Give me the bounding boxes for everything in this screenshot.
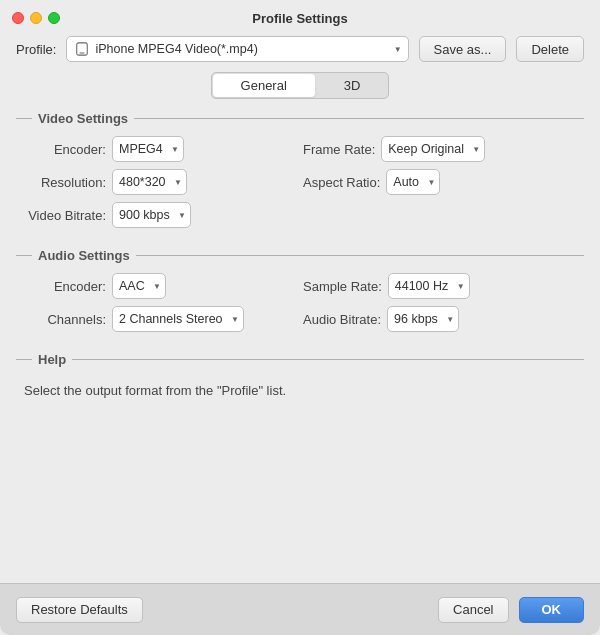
encoder-select-wrap: MPEG4 — [112, 136, 184, 162]
video-bitrate-select[interactable]: 900 kbps — [112, 202, 191, 228]
profile-selected-value: iPhone MPEG4 Video(*.mp4) — [95, 42, 257, 56]
profile-dropdown[interactable]: iPhone MPEG4 Video(*.mp4) — [66, 36, 408, 62]
aspect-ratio-label: Aspect Ratio: — [303, 175, 380, 190]
audio-settings-section: Audio Settings Encoder: AAC Channels: — [16, 248, 584, 338]
profile-row: Profile: iPhone MPEG4 Video(*.mp4) Save … — [16, 36, 584, 62]
video-bitrate-select-wrap: 900 kbps — [112, 202, 191, 228]
restore-defaults-button[interactable]: Restore Defaults — [16, 597, 143, 623]
bottom-right-buttons: Cancel OK — [438, 597, 584, 623]
channels-select[interactable]: 2 Channels Stereo — [112, 306, 244, 332]
audio-right-col: Sample Rate: 44100 Hz Audio Bitrate: 96 … — [303, 273, 584, 332]
audio-bitrate-row: Audio Bitrate: 96 kbps — [303, 306, 584, 332]
help-section-divider: Help — [16, 352, 584, 367]
audio-left-col: Encoder: AAC Channels: 2 Channels Stereo — [16, 273, 297, 332]
channels-select-wrap: 2 Channels Stereo — [112, 306, 244, 332]
delete-button[interactable]: Delete — [516, 36, 584, 62]
encoder-label: Encoder: — [16, 142, 106, 157]
cancel-button[interactable]: Cancel — [438, 597, 508, 623]
divider-line-left — [16, 118, 32, 119]
audio-encoder-label: Encoder: — [16, 279, 106, 294]
tab-3d[interactable]: 3D — [316, 73, 389, 98]
audio-divider-line-left — [16, 255, 32, 256]
save-as-button[interactable]: Save as... — [419, 36, 507, 62]
resolution-select-wrap: 480*320 — [112, 169, 187, 195]
help-divider-line-left — [16, 359, 32, 360]
aspect-ratio-select[interactable]: Auto — [386, 169, 440, 195]
help-text: Select the output format from the "Profi… — [16, 377, 584, 404]
frame-rate-row: Frame Rate: Keep Original — [303, 136, 584, 162]
aspect-ratio-select-wrap: Auto — [386, 169, 440, 195]
window-title: Profile Settings — [252, 11, 347, 26]
channels-row: Channels: 2 Channels Stereo — [16, 306, 297, 332]
maximize-button[interactable] — [48, 12, 60, 24]
phone-icon — [75, 42, 89, 56]
profile-settings-window: Profile Settings Profile: iPhone MPEG4 V… — [0, 0, 600, 635]
encoder-row: Encoder: MPEG4 — [16, 136, 297, 162]
resolution-row: Resolution: 480*320 — [16, 169, 297, 195]
tabs-row: General 3D — [16, 72, 584, 99]
audio-encoder-select[interactable]: AAC — [112, 273, 166, 299]
video-bitrate-row: Video Bitrate: 900 kbps — [16, 202, 297, 228]
tab-group: General 3D — [211, 72, 390, 99]
video-row-1: Encoder: MPEG4 Resolution: 480*320 — [16, 136, 584, 234]
sample-rate-select[interactable]: 44100 Hz — [388, 273, 470, 299]
bottom-bar: Restore Defaults Cancel OK — [0, 583, 600, 635]
audio-encoder-select-wrap: AAC — [112, 273, 166, 299]
audio-section-divider: Audio Settings — [16, 248, 584, 263]
frame-rate-label: Frame Rate: — [303, 142, 375, 157]
aspect-ratio-row: Aspect Ratio: Auto — [303, 169, 584, 195]
sample-rate-row: Sample Rate: 44100 Hz — [303, 273, 584, 299]
frame-rate-select[interactable]: Keep Original — [381, 136, 485, 162]
help-section: Help Select the output format from the "… — [16, 352, 584, 404]
audio-bitrate-select[interactable]: 96 kbps — [387, 306, 459, 332]
video-section-divider: Video Settings — [16, 111, 584, 126]
minimize-button[interactable] — [30, 12, 42, 24]
sample-rate-label: Sample Rate: — [303, 279, 382, 294]
audio-bitrate-select-wrap: 96 kbps — [387, 306, 459, 332]
video-section-title: Video Settings — [38, 111, 128, 126]
video-left-col: Encoder: MPEG4 Resolution: 480*320 — [16, 136, 297, 228]
help-divider-line-right — [72, 359, 584, 360]
sample-rate-select-wrap: 44100 Hz — [388, 273, 470, 299]
channels-label: Channels: — [16, 312, 106, 327]
tab-general[interactable]: General — [213, 74, 315, 97]
audio-encoder-row: Encoder: AAC — [16, 273, 297, 299]
video-right-col: Frame Rate: Keep Original Aspect Ratio: … — [303, 136, 584, 228]
audio-bitrate-label: Audio Bitrate: — [303, 312, 381, 327]
profile-label: Profile: — [16, 42, 56, 57]
audio-divider-line-right — [136, 255, 584, 256]
encoder-select[interactable]: MPEG4 — [112, 136, 184, 162]
help-section-title: Help — [38, 352, 66, 367]
svg-rect-1 — [80, 53, 85, 54]
resolution-label: Resolution: — [16, 175, 106, 190]
audio-fields: Encoder: AAC Channels: 2 Channels Stereo — [16, 273, 584, 338]
main-content: Profile: iPhone MPEG4 Video(*.mp4) Save … — [0, 36, 600, 583]
traffic-lights — [12, 12, 60, 24]
video-settings-section: Video Settings Encoder: MPEG4 R — [16, 111, 584, 234]
audio-section-title: Audio Settings — [38, 248, 130, 263]
close-button[interactable] — [12, 12, 24, 24]
divider-line-right — [134, 118, 584, 119]
resolution-select[interactable]: 480*320 — [112, 169, 187, 195]
video-bitrate-label: Video Bitrate: — [16, 208, 106, 223]
ok-button[interactable]: OK — [519, 597, 585, 623]
frame-rate-select-wrap: Keep Original — [381, 136, 485, 162]
title-bar: Profile Settings — [0, 0, 600, 36]
